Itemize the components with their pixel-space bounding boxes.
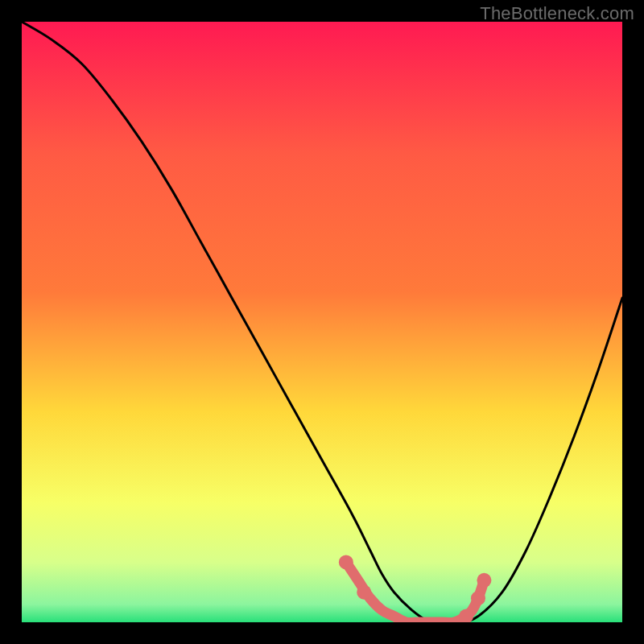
chart-plot-area (22, 22, 622, 622)
series-marker (357, 585, 371, 600)
series-marker (477, 573, 491, 588)
series-marker (471, 591, 485, 605)
series-marker (339, 555, 353, 569)
chart-svg (22, 22, 622, 622)
chart-frame: TheBottleneck.com (0, 0, 644, 644)
gradient-background (22, 22, 622, 622)
